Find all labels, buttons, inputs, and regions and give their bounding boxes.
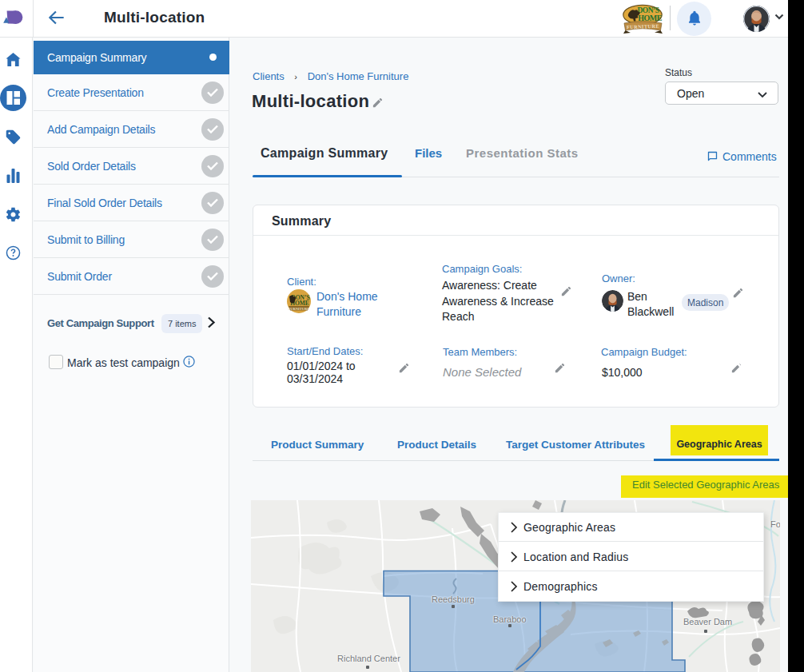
svg-text:FURNITURE: FURNITURE: [289, 307, 310, 311]
svg-text:HOME: HOME: [638, 14, 662, 22]
svg-text:FURNITURE: FURNITURE: [627, 23, 659, 30]
